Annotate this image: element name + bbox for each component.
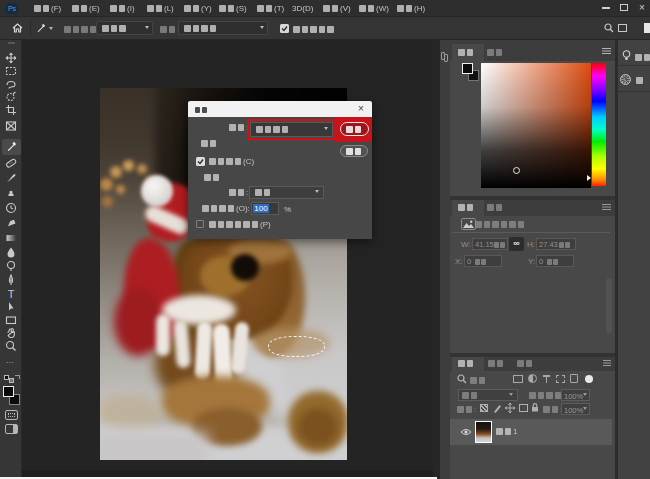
svg-text:T: T — [8, 288, 15, 300]
